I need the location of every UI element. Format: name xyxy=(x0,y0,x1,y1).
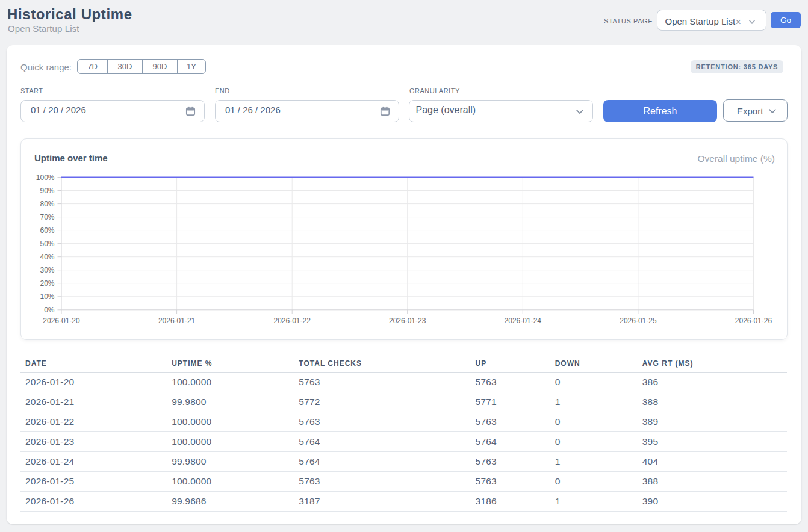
svg-text:30%: 30% xyxy=(40,266,54,274)
svg-text:60%: 60% xyxy=(40,226,54,235)
svg-text:2026-01-23: 2026-01-23 xyxy=(389,317,426,325)
svg-text:100%: 100% xyxy=(36,173,55,182)
svg-text:2026-01-21: 2026-01-21 xyxy=(158,317,196,325)
svg-text:10%: 10% xyxy=(40,292,54,301)
svg-text:20%: 20% xyxy=(40,279,54,288)
svg-text:50%: 50% xyxy=(40,240,54,248)
svg-text:80%: 80% xyxy=(40,200,54,208)
svg-text:2026-01-22: 2026-01-22 xyxy=(274,317,311,325)
svg-text:70%: 70% xyxy=(40,213,54,221)
svg-text:90%: 90% xyxy=(40,187,54,195)
svg-text:2026-01-25: 2026-01-25 xyxy=(620,317,657,325)
svg-text:2026-01-24: 2026-01-24 xyxy=(505,317,542,325)
svg-text:0%: 0% xyxy=(44,306,55,314)
svg-text:2026-01-26: 2026-01-26 xyxy=(735,317,772,325)
svg-text:2026-01-20: 2026-01-20 xyxy=(43,317,80,325)
svg-text:40%: 40% xyxy=(40,253,54,261)
